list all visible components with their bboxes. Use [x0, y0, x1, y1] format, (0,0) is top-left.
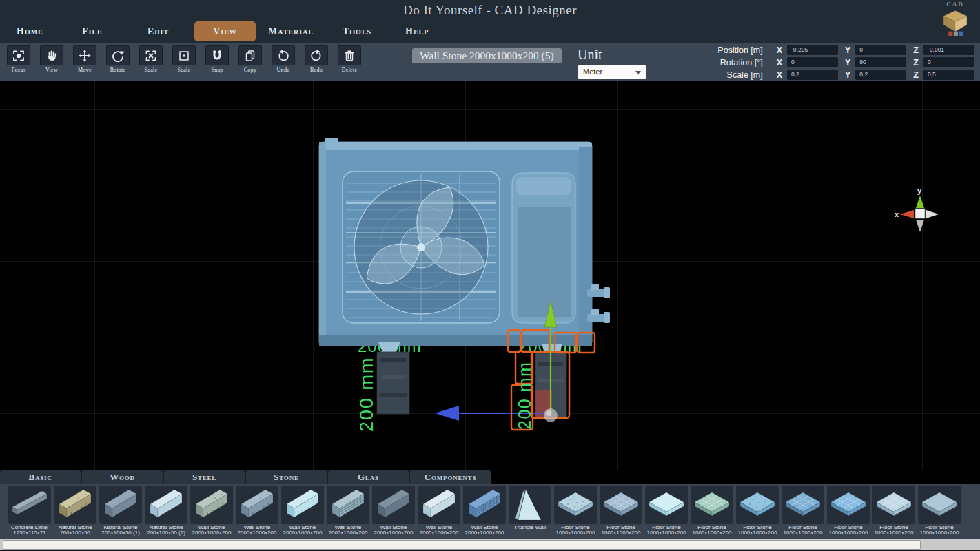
scale-label: Scale [m] — [700, 70, 763, 80]
palette-item-dims: 1000x1000x200 — [600, 530, 642, 536]
menu-item-edit[interactable]: Edit — [147, 26, 169, 37]
viewport-3d[interactable]: 200 mm 200 mm — [0, 81, 980, 470]
support-stone-left[interactable] — [377, 352, 409, 414]
floor-stone-thumbnail — [782, 486, 824, 524]
floor-stone-thumbnail — [691, 486, 733, 524]
focus-icon — [7, 45, 30, 65]
tool-button-scale-2[interactable]: Scale — [172, 45, 196, 73]
axis-label-z: Z — [913, 45, 919, 55]
gizmo-cone-x[interactable] — [900, 210, 914, 218]
scale-z-field[interactable]: 0,5 — [923, 70, 974, 80]
palette-item-floor-stone-14[interactable]: Floor Stone1000x1000x200 — [645, 484, 688, 539]
menu-bar: HomeFileEditViewMaterialToolsHelp — [0, 21, 980, 43]
tool-button-label: View — [40, 67, 63, 73]
tab-steel[interactable]: Steel — [164, 470, 245, 484]
scale-rect-icon — [172, 45, 196, 65]
axis-label-x: X — [777, 45, 782, 55]
concrete-lintel-thumbnail — [8, 486, 51, 524]
palette-item-natural-stone-2[interactable]: Natural Stone200x100x50 (1) — [99, 484, 142, 539]
tool-button-snap[interactable]: Snap — [205, 45, 229, 73]
gizmo-origin-sphere[interactable] — [544, 408, 558, 422]
scale-x-field[interactable]: 0,2 — [787, 70, 838, 80]
tool-button-label: Scale — [172, 67, 196, 73]
wall-stone-thumbnail — [190, 486, 233, 524]
palette-item-floor-stone-19[interactable]: Floor Stone1000x1000x200 — [872, 484, 915, 539]
wall-stone-thumbnail — [372, 486, 415, 524]
wall-stone-thumbnail — [281, 486, 324, 524]
tab-wood[interactable]: Wood — [82, 470, 163, 484]
position-y-field[interactable]: 0 — [855, 45, 906, 55]
rotation-x-field[interactable]: 0 — [787, 57, 838, 67]
menu-item-help[interactable]: Help — [405, 26, 429, 37]
palette-item-wall-stone-4[interactable]: Wall Stone2000x1000x200 — [190, 484, 233, 539]
palette-item-wall-stone-9[interactable]: Wall Stone2000x1000x200 — [418, 484, 460, 539]
menu-item-material[interactable]: Material — [268, 26, 314, 37]
palette-item-floor-stone-15[interactable]: Floor Stone1000x1000x200 — [691, 484, 733, 539]
palette-item-dims: 1000x1000x200 — [872, 530, 915, 536]
palette-item-dims: 1250x115x71 — [8, 530, 51, 536]
menu-item-tools[interactable]: Tools — [343, 26, 371, 37]
natural-stone-thumbnail — [54, 486, 96, 524]
position-z-field[interactable]: -0,001 — [923, 45, 974, 55]
menu-item-file[interactable]: File — [82, 26, 103, 37]
tool-button-redo[interactable]: Redo — [305, 45, 328, 73]
palette-item-floor-stone-12[interactable]: Floor Stone1000x1000x200 — [554, 484, 597, 539]
tab-stone[interactable]: Stone — [246, 470, 327, 484]
palette-item-floor-stone-16[interactable]: Floor Stone1000x1000x200 — [736, 484, 779, 539]
trash-icon — [338, 45, 361, 65]
scale-y-field[interactable]: 0,2 — [855, 70, 906, 80]
rotation-z-field[interactable]: 0 — [923, 57, 974, 67]
palette-item-dims: 2000x1000x200 — [463, 530, 506, 536]
palette-item-dims: 1000x1000x200 — [918, 530, 961, 536]
tool-button-undo[interactable]: Undo — [272, 45, 295, 73]
title-bar: Do It Yourself - CAD Designer — [0, 0, 980, 21]
tool-button-label: Undo — [272, 67, 295, 73]
palette-item-wall-stone-6[interactable]: Wall Stone2000x1000x200 — [281, 484, 324, 539]
palette-item-wall-stone-7[interactable]: Wall Stone2000x1000x200 — [327, 484, 369, 539]
palette-item-concrete-lintel-0[interactable]: Concrete Lintel1250x115x71 — [8, 484, 51, 539]
tool-button-view[interactable]: View — [40, 45, 63, 73]
tool-button-label: Snap — [205, 67, 229, 73]
gizmo-cone-down[interactable] — [916, 220, 924, 232]
palette-item-floor-stone-17[interactable]: Floor Stone1000x1000x200 — [782, 484, 824, 539]
palette-item-wall-stone-10[interactable]: Wall Stone2000x1000x200 — [463, 484, 506, 539]
tab-basic[interactable]: Basic — [0, 470, 81, 484]
palette-scrollbar-track[interactable] — [0, 539, 980, 550]
material-palette: Concrete Lintel1250x115x71Natural Stone2… — [0, 484, 980, 539]
floor-stone-thumbnail — [918, 486, 961, 524]
palette-item-wall-stone-5[interactable]: Wall Stone2000x1000x200 — [236, 484, 278, 539]
palette-item-triangle-wall-11[interactable]: Triangle Wall — [509, 484, 551, 539]
tool-button-focus[interactable]: Focus — [7, 45, 30, 73]
menu-item-home[interactable]: Home — [17, 26, 43, 37]
tool-button-label: Copy — [238, 67, 262, 73]
axis-label-x: X — [777, 70, 782, 80]
menu-item-view[interactable]: View — [194, 21, 256, 41]
tool-button-rotate[interactable]: Rotate — [106, 45, 130, 73]
unit-select[interactable]: Meter — [578, 65, 646, 79]
rotation-y-field[interactable]: 90 — [855, 57, 906, 67]
tool-button-move[interactable]: Move — [73, 45, 96, 73]
tool-button-scale[interactable]: Scale — [139, 45, 163, 73]
palette-item-dims: 200x100x50 (1) — [99, 530, 142, 536]
tool-button-copy[interactable]: Copy — [238, 45, 262, 73]
tab-glas[interactable]: Glas — [328, 470, 409, 484]
palette-item-floor-stone-20[interactable]: Floor Stone1000x1000x200 — [918, 484, 961, 539]
triangle-wall-thumbnail — [509, 486, 551, 524]
floor-stone-thumbnail — [827, 486, 870, 524]
palette-item-wall-stone-8[interactable]: Wall Stone2000x1000x200 — [372, 484, 415, 539]
position-x-field[interactable]: -0,295 — [787, 45, 838, 55]
rotation-row: Rotation [°]X0Y90Z0 — [700, 56, 974, 68]
gizmo-cone-right[interactable] — [926, 210, 939, 218]
tool-button-delete[interactable]: Delete — [338, 45, 361, 73]
palette-item-floor-stone-18[interactable]: Floor Stone1000x1000x200 — [827, 484, 870, 539]
palette-item-natural-stone-1[interactable]: Natural Stone200x100x50 — [54, 484, 96, 539]
orientation-gizmo[interactable]: y x — [895, 187, 939, 232]
magnet-icon — [205, 45, 229, 65]
palette-item-dims: 1000x1000x200 — [554, 530, 597, 536]
palette-item-natural-stone-3[interactable]: Natural Stone200x100x50 (2) — [145, 484, 187, 539]
palette-item-floor-stone-13[interactable]: Floor Stone1000x1000x200 — [600, 484, 642, 539]
tab-components[interactable]: Components — [410, 470, 491, 484]
gizmo-center-cube[interactable] — [915, 209, 925, 218]
gizmo-cone-y[interactable] — [916, 196, 924, 208]
palette-scrollbar-thumb[interactable] — [3, 540, 921, 550]
